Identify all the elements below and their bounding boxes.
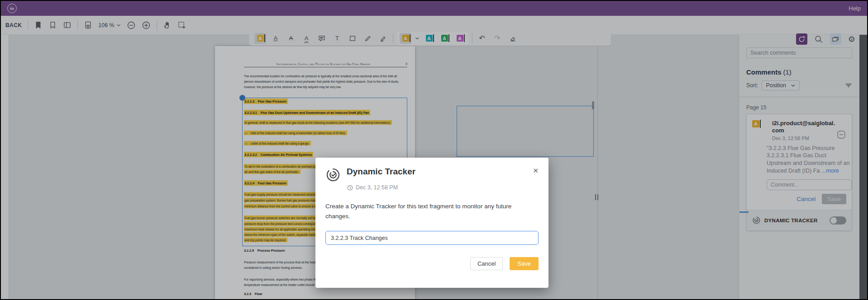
modal-title: Dynamic Tracker: [347, 167, 415, 177]
save-button[interactable]: Save: [510, 257, 539, 270]
modal-description: Create a Dynamic Tracker for this text f…: [325, 202, 525, 221]
close-icon[interactable]: ✕: [533, 167, 539, 175]
cancel-button[interactable]: Cancel: [470, 257, 503, 270]
dynamic-tracker-modal: Dynamic Tracker ✕ Dec 3, 12:58 PM Create…: [315, 158, 548, 288]
modal-timestamp: Dec 3, 12:58 PM: [356, 184, 398, 191]
dynamic-tracker-icon: [325, 167, 341, 183]
tracker-name-input[interactable]: [325, 231, 539, 245]
clock-icon: [347, 185, 353, 191]
app-window: in Help BACK 106 %: [0, 0, 868, 300]
